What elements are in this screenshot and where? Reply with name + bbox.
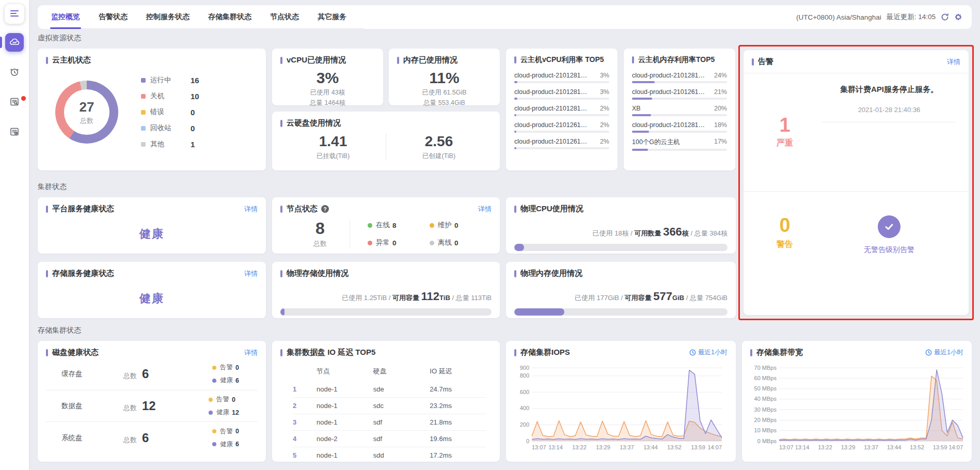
mounted-value: 1.41 xyxy=(280,133,386,150)
legend-item: 维护0 xyxy=(430,221,492,230)
memory-total: 总量 553.4GiB xyxy=(397,99,492,107)
sidebar-item-reports[interactable] xyxy=(5,123,24,142)
svg-text:900: 900 xyxy=(520,365,529,371)
platform-health-card: 平台服务健康状态详情 健康 xyxy=(38,197,266,254)
svg-text:60 MBps: 60 MBps xyxy=(754,375,777,381)
document-search-icon xyxy=(9,97,20,108)
vm-status-card: 云主机状态 27 总数 运行中16 关机10 错误0 回收站0 xyxy=(38,49,266,170)
tab-alarm-status[interactable]: 告警状态 xyxy=(98,5,129,28)
title-bar xyxy=(280,206,282,213)
svg-text:40 MBps: 40 MBps xyxy=(754,396,777,402)
bandwidth-line-chart: 70 MBps60 MBps50 MBps40 MBps30 MBps20 MB… xyxy=(750,363,967,451)
disk-row-system: 系统盘 总数6 告警0 健康6 xyxy=(46,421,258,453)
notification-badge xyxy=(21,96,26,101)
card-title: 云主机状态 xyxy=(52,55,91,65)
card-title: 存储集群带宽 xyxy=(756,348,803,357)
card-title: 物理CPU使用情况 xyxy=(520,204,583,214)
storage-health-detail-link[interactable]: 详情 xyxy=(244,269,258,278)
iops-range-selector[interactable]: 最近1小时 xyxy=(689,348,728,357)
tab-node-status[interactable]: 节点状态 xyxy=(269,5,300,28)
tab-monitor-overview[interactable]: 监控概览 xyxy=(50,5,81,28)
top5-row: cloud-product-2101281…24% xyxy=(632,72,727,83)
storage-health-status: 健康 xyxy=(46,291,258,306)
top5-row: cloud-product-2101281…2% xyxy=(514,105,609,116)
menu-icon xyxy=(10,10,19,19)
svg-text:13:07: 13:07 xyxy=(779,444,794,450)
legend-item: 运行中16 xyxy=(141,75,255,85)
created-value: 2.56 xyxy=(386,133,492,150)
help-icon[interactable]: ? xyxy=(321,205,329,213)
disk-health-detail-link[interactable]: 详情 xyxy=(244,348,258,357)
title-bar xyxy=(632,56,634,64)
mounted-label: 已挂载(TiB) xyxy=(280,152,386,161)
svg-text:10 MBps: 10 MBps xyxy=(754,427,777,433)
iops-chart-card: 存储集群IOPS 最近1小时 900800600400200013:0713:1… xyxy=(506,341,736,462)
table-header: 节点 硬盘 IO 延迟 xyxy=(293,364,486,381)
legend-dot xyxy=(212,366,216,370)
document-clock-icon xyxy=(9,127,20,138)
legend-item: 健康12 xyxy=(209,408,239,417)
refresh-icon[interactable] xyxy=(941,13,949,21)
svg-text:200: 200 xyxy=(520,421,529,428)
cloud-icon xyxy=(9,38,20,48)
sidebar-item-logs[interactable] xyxy=(5,93,24,112)
svg-text:13:44: 13:44 xyxy=(887,444,902,450)
legend-dot xyxy=(430,223,434,228)
card-title: 告警 xyxy=(758,57,773,67)
legend-item: 关机10 xyxy=(141,91,255,101)
top5-row: XB20% xyxy=(632,105,727,116)
svg-text:13:52: 13:52 xyxy=(667,444,682,450)
card-title: 平台服务健康状态 xyxy=(52,204,114,214)
warning-count: 0 xyxy=(779,215,790,235)
memory-top5-list: cloud-product-2101281…24% cloud-product-… xyxy=(632,72,727,151)
table-row: 1node-1sde24.7ms xyxy=(293,381,486,397)
vm-status-donut-chart: 27 总数 xyxy=(55,81,118,144)
svg-text:13:37: 13:37 xyxy=(864,444,878,450)
legend-dot xyxy=(368,241,372,245)
legend-dot xyxy=(430,241,434,245)
svg-text:13:59: 13:59 xyxy=(691,444,705,450)
sidebar-item-alarms[interactable] xyxy=(5,63,24,82)
card-title: 存储服务健康状态 xyxy=(52,269,114,278)
title-bar xyxy=(397,57,399,64)
title-bar xyxy=(280,270,282,277)
platform-health-status: 健康 xyxy=(46,226,258,242)
timezone-label: (UTC+0800) Asia/Shanghai xyxy=(796,13,881,21)
table-row: 5node-1sdd17.2ms xyxy=(293,447,486,463)
created-volume: 2.56 已创建(TiB) xyxy=(386,133,492,161)
sidebar-item-monitor-overview[interactable] xyxy=(5,33,24,52)
svg-text:600: 600 xyxy=(520,389,529,395)
svg-text:0: 0 xyxy=(526,438,529,444)
legend-swatch xyxy=(141,126,146,131)
warning-count-block: 0 警告 xyxy=(752,215,818,315)
no-warning-text: 无警告级别告警 xyxy=(818,245,960,255)
svg-text:13:14: 13:14 xyxy=(548,444,563,450)
tab-storage-cluster-status[interactable]: 存储集群状态 xyxy=(207,5,252,28)
vm-total-label: 总数 xyxy=(80,116,93,126)
table-row: 3node-1sdf21.8ms xyxy=(293,414,486,430)
svg-text:400: 400 xyxy=(520,405,529,411)
vm-status-legend: 运行中16 关机10 错误0 回收站0 其他1 xyxy=(141,75,255,149)
title-bar xyxy=(46,206,48,213)
critical-alarm-section: 1 严重 集群计费API服务停止服务。 2021-01-28 21:40:36 xyxy=(752,73,960,191)
divider xyxy=(350,219,350,249)
gear-icon[interactable] xyxy=(954,13,962,21)
cloud-disk-usage-card: 云硬盘使用情况 1.41 已挂载(TiB) 2.56 已创建(TiB) xyxy=(272,112,500,170)
tab-control-service-status[interactable]: 控制服务状态 xyxy=(145,5,191,28)
tab-other-services[interactable]: 其它服务 xyxy=(317,5,347,28)
bandwidth-range-selector[interactable]: 最近1小时 xyxy=(925,348,963,357)
platform-health-detail-link[interactable]: 详情 xyxy=(244,205,258,214)
title-bar xyxy=(514,56,516,64)
top5-row: cloud-product-2101281…3% xyxy=(514,88,609,100)
alarm-card: 告警详情 1 严重 集群计费API服务停止服务。 2021-01-28 21:4… xyxy=(744,50,969,315)
top5-row: cloud-product-2101281…18% xyxy=(632,121,727,133)
last-update-label: 最近更新: 14:05 xyxy=(887,12,936,22)
menu-button[interactable] xyxy=(5,4,24,24)
legend-swatch xyxy=(141,142,146,147)
alarm-detail-link[interactable]: 详情 xyxy=(947,57,960,67)
physical-storage-usage-text: 已使用 1.25TiB / 可用容量 112TiB / 总量 113TiB xyxy=(280,290,492,303)
legend-swatch xyxy=(141,94,146,99)
alarm-message-list: 集群计费API服务停止服务。 2021-01-28 21:40:36 xyxy=(818,73,960,191)
node-status-detail-link[interactable]: 详情 xyxy=(478,205,492,214)
table-row: 2node-1sdc23.2ms xyxy=(293,397,486,414)
